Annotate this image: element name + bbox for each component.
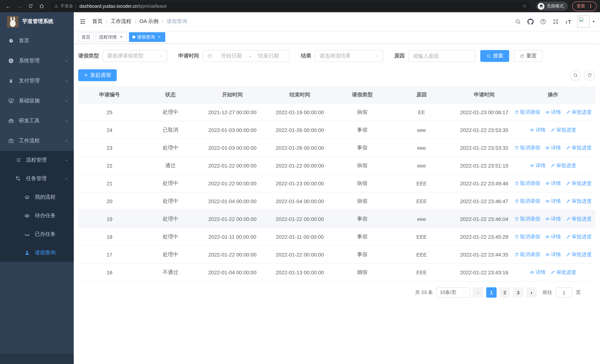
github-icon[interactable] <box>527 18 534 25</box>
approval-progress-action[interactable]: 审批进度 <box>566 233 592 240</box>
approval-progress-action[interactable]: 审批进度 <box>550 127 576 133</box>
reload-icon[interactable] <box>26 1 35 11</box>
table-refresh-button[interactable] <box>584 70 595 81</box>
cell-start-time: 2022-01-03 00:00:00 <box>200 145 265 151</box>
sidebar-item-task-management[interactable]: 任务管理 <box>0 169 74 188</box>
table-search-button[interactable] <box>570 70 581 81</box>
address-bar[interactable]: ⚠ 不安全 dashboard.yudao.iocoder.cn/bpm/oa/… <box>50 1 531 11</box>
create-leave-button[interactable]: + 发起请假 <box>78 69 117 81</box>
cancel-leave-action[interactable]: 取消请假 <box>514 144 540 151</box>
home-icon[interactable] <box>37 1 46 11</box>
page-button-1[interactable]: 1 <box>486 287 497 298</box>
cancel-leave-action[interactable]: 取消请假 <box>514 233 540 240</box>
security-label[interactable]: 不安全 <box>60 3 73 9</box>
result-select[interactable]: 请选择流结果 <box>315 50 383 62</box>
sidebar-item-payment-management[interactable]: ¥支付管理 <box>0 71 74 91</box>
sidebar-item-done-tasks[interactable]: 已办任务 <box>0 225 74 243</box>
sidebar-item-infrastructure[interactable]: 基础设施 <box>0 91 74 111</box>
view-detail-action[interactable]: 详情 <box>545 215 561 222</box>
plus-icon: + <box>84 72 88 78</box>
approval-progress-action[interactable]: 审批进度 <box>566 198 592 205</box>
sidebar-item-my-process[interactable]: 我的流程 <box>0 188 74 206</box>
leave-type-select[interactable]: 请选择请假类型 <box>103 50 167 62</box>
approval-progress-action[interactable]: 审批进度 <box>566 144 592 151</box>
view-detail-action[interactable]: 详情 <box>545 109 561 115</box>
view-detail-action[interactable]: 详情 <box>545 233 561 240</box>
view-detail-action[interactable]: 详情 <box>530 127 545 133</box>
view-detail-action[interactable]: 详情 <box>545 180 561 187</box>
cancel-leave-action[interactable]: 取消请假 <box>514 109 540 115</box>
tab-leave-query[interactable]: 请假查询× <box>129 32 165 42</box>
cell-actions: 取消请假详情审批进度 <box>515 109 591 115</box>
back-icon[interactable]: ← <box>3 1 13 11</box>
approval-progress-action[interactable]: 审批进度 <box>550 269 576 276</box>
sidebar-item-dev-tools[interactable]: 研发工具 <box>0 111 74 131</box>
goto-page-input[interactable] <box>556 287 572 298</box>
cancel-leave-action[interactable]: 取消请假 <box>514 215 540 222</box>
cell-status: 处理中 <box>141 233 200 240</box>
breadcrumb-item[interactable]: 工作流程 <box>111 18 131 25</box>
search-button[interactable]: 搜索 <box>480 50 509 62</box>
approval-progress-action[interactable]: 审批进度 <box>566 180 592 187</box>
tab-home[interactable]: 首页 <box>78 32 94 42</box>
close-icon[interactable]: × <box>157 35 162 40</box>
cell-start-time: 2022-01-04 00:00:00 <box>200 198 265 204</box>
cancel-leave-action[interactable]: 取消请假 <box>514 180 540 187</box>
prev-page-button[interactable]: ‹ <box>473 287 483 298</box>
view-detail-action[interactable]: 详情 <box>545 251 561 258</box>
tab-process-detail[interactable]: 流程详情× <box>96 32 127 42</box>
forward-icon[interactable]: → <box>14 1 24 11</box>
next-page-button[interactable]: › <box>526 287 537 298</box>
view-detail-action[interactable]: 详情 <box>545 144 561 151</box>
apply-time-range-picker[interactable]: 开始日期 - 结束日期 <box>203 50 290 62</box>
action-label: 取消请假 <box>520 251 540 258</box>
cancel-leave-action[interactable]: 取消请假 <box>514 251 540 258</box>
app: 芋道管理系统 首页系统管理¥支付管理基础设施研发工具工作流程流程管理任务管理我的… <box>0 12 600 364</box>
approval-progress-action[interactable]: 审批进度 <box>566 215 592 222</box>
sidebar-item-workflow[interactable]: 工作流程 <box>0 131 74 151</box>
caret-down-icon[interactable]: ▾ <box>593 20 594 23</box>
help-icon[interactable] <box>540 18 546 25</box>
action-label: 详情 <box>535 162 545 169</box>
fullscreen-icon[interactable] <box>553 18 559 25</box>
avatar[interactable] <box>578 15 590 28</box>
view-detail-action[interactable]: 详情 <box>530 269 545 276</box>
cell-start-time: 2021-12-27 00:00:00 <box>200 109 265 115</box>
logo[interactable]: 芋道管理系统 <box>0 12 74 31</box>
close-icon[interactable]: × <box>119 35 124 40</box>
breadcrumb-item[interactable]: 首页 <box>92 18 103 25</box>
view-detail-action[interactable]: 详情 <box>545 198 561 205</box>
page-button-2[interactable]: 2 <box>500 287 510 298</box>
start-date-placeholder[interactable]: 开始日期 <box>215 53 248 59</box>
robot-icon <box>24 194 30 200</box>
page-size-select[interactable]: 10条/页 <box>437 287 470 298</box>
approval-progress-action[interactable]: 审批进度 <box>566 109 592 115</box>
cell-status: 处理中 <box>141 109 200 115</box>
sidebar-item-todo-tasks[interactable]: 待办任务 <box>0 206 74 225</box>
update-button[interactable]: 更新 ⋮ <box>572 1 597 11</box>
cell-status: 处理中 <box>141 180 200 187</box>
view-detail-action[interactable]: 详情 <box>530 162 545 169</box>
end-date-placeholder[interactable]: 结束日期 <box>252 53 285 59</box>
reset-button[interactable]: 重置 <box>514 50 543 62</box>
url-text[interactable]: dashboard.yudao.iocoder.cn/bpm/oa/leave <box>79 3 167 9</box>
bookmark-star-icon[interactable]: ☆ <box>522 3 527 9</box>
goto-label: 前往 <box>543 289 552 296</box>
cancel-leave-action[interactable]: 取消请假 <box>514 198 540 205</box>
fold-sidebar-icon[interactable] <box>79 18 86 25</box>
cell-apply-id: 25 <box>78 109 141 115</box>
approval-progress-action[interactable]: 审批进度 <box>566 251 592 258</box>
sidebar-item-process-management[interactable]: 流程管理 <box>0 151 74 169</box>
kebab-menu-icon[interactable]: ⋮ <box>588 3 593 9</box>
sidebar-item-system-management[interactable]: 系统管理 <box>0 51 74 71</box>
approval-progress-action[interactable]: 审批进度 <box>550 162 576 169</box>
sidebar-item-home[interactable]: 首页 <box>0 31 74 51</box>
sidebar-item-leave-query[interactable]: 请假查询 <box>0 243 74 262</box>
search-icon[interactable] <box>515 18 521 25</box>
breadcrumb-item[interactable]: OA 示例 <box>140 18 159 25</box>
font-size-icon[interactable]: TT <box>565 18 571 25</box>
chevron-down-icon <box>65 119 69 123</box>
reason-input[interactable] <box>408 50 476 62</box>
cell-reason: EEE <box>390 198 454 204</box>
page-button-3[interactable]: 3 <box>513 287 523 298</box>
